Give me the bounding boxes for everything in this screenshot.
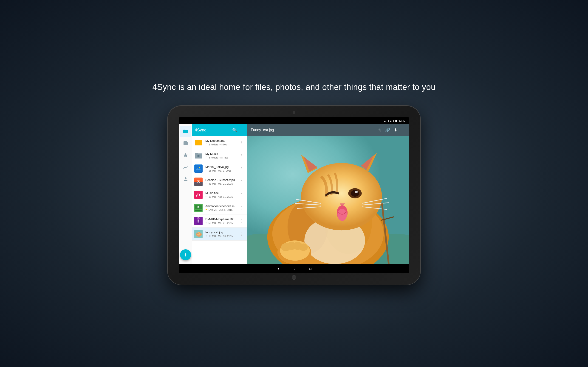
back-button[interactable]: ◄ — [277, 267, 280, 270]
jpg-icon — [194, 165, 203, 173]
file-list-items: My Documents ☆ 2 folders · 4 files ⋮ — [192, 136, 247, 264]
file-name-music: My Music — [205, 152, 239, 156]
more-music[interactable]: ⋮ — [239, 152, 244, 159]
svg-rect-24 — [198, 222, 199, 223]
file-item-martini-tokyo[interactable]: Martini_Tokyo.jpg ☆ 18 MB · Mar 1, 2015 … — [192, 162, 247, 175]
file-meta-seaside: ☆ 41 MB · Mar 21, 2015 — [205, 182, 239, 185]
star-flac[interactable]: ☆ — [205, 195, 208, 198]
more-morpheus[interactable]: ⋮ — [239, 218, 244, 224]
wifi-icon: ▲ — [384, 119, 386, 122]
more-flac[interactable]: ⋮ — [239, 192, 244, 198]
home-button[interactable]: ○ — [294, 267, 295, 270]
svg-rect-22 — [198, 220, 199, 221]
file-item-info-cat: funny_cat.jpg ☆ 10 MB · Mar 16, 2015 — [205, 231, 239, 237]
file-details-documents: 2 folders · 4 files — [208, 143, 227, 146]
file-details-music: 8 folders · 84 files — [208, 156, 228, 159]
thumb-seaside — [194, 177, 203, 186]
sidebar-item-starred[interactable] — [180, 150, 191, 161]
status-bar: ▲ ▲▲ ▮▮▮ 12:30 — [179, 117, 409, 124]
file-name-cat: funny_cat.jpg — [205, 231, 239, 234]
thumb-morpheus — [194, 216, 203, 225]
svg-point-43 — [351, 190, 359, 197]
mp3-icon — [194, 177, 203, 186]
folder-thumb-music — [194, 151, 203, 160]
file-item-info-documents: My Documents ☆ 2 folders · 4 files — [205, 139, 239, 146]
mpeg-icon — [194, 204, 203, 212]
download-icon[interactable]: ⬇ — [394, 127, 397, 133]
more-martini[interactable]: ⋮ — [239, 166, 244, 172]
svg-point-27 — [197, 232, 200, 236]
svg-point-4 — [199, 167, 200, 168]
camera — [293, 111, 295, 114]
sidebar-item-files[interactable] — [180, 126, 191, 137]
more-options-icon[interactable]: ⋮ — [240, 127, 244, 133]
file-item-info-morpheus: DM-RB-Morpheus100.zip ☆ 50 MB · Mar 21, … — [205, 217, 239, 224]
star-martini[interactable]: ☆ — [205, 169, 208, 172]
cat-icon — [194, 230, 203, 238]
sidebar-nav: + — [179, 124, 192, 264]
tablet-body: ▲ ▲▲ ▮▮▮ 12:30 — [168, 106, 420, 285]
sidebar-item-shared[interactable] — [180, 138, 191, 149]
file-item-info-flac: Music.flac ☆ 13 MB · Aug 11, 2015 — [205, 191, 239, 198]
status-icons: ▲ ▲▲ ▮▮▮ 12:30 — [384, 119, 405, 122]
thumb-animation — [194, 203, 203, 212]
file-meta-animation: ★ 540 MB · Jun 5, 2015 — [205, 208, 239, 211]
file-name-animation: Animation video file.mpeg — [205, 204, 239, 208]
file-item-info-seaside: Seaside - Sunset.mp3 ☆ 41 MB · Mar 21, 2… — [205, 178, 239, 185]
battery-icon: ▮▮▮ — [393, 119, 397, 122]
file-meta-martini: ☆ 18 MB · Mar 1, 2015 — [205, 169, 239, 172]
star-morpheus[interactable]: ☆ — [205, 221, 208, 224]
file-item-music-flac[interactable]: Music.flac ☆ 13 MB · Aug 11, 2015 ⋮ — [192, 188, 247, 201]
more-animation[interactable]: ⋮ — [239, 205, 244, 211]
zip-icon — [194, 217, 203, 225]
physical-home-button[interactable] — [292, 275, 296, 280]
app-content: + 4Sync 🔍 ⋮ — [179, 124, 409, 264]
file-meta-documents: ☆ 2 folders · 4 files — [205, 143, 239, 146]
file-name-documents: My Documents — [205, 139, 239, 142]
thumb-martini-tokyo — [194, 164, 203, 173]
svg-point-28 — [198, 233, 199, 234]
svg-rect-3 — [195, 165, 202, 172]
link-icon[interactable]: 🔗 — [385, 127, 390, 133]
sidebar-item-activity[interactable] — [180, 162, 191, 173]
star-seaside[interactable]: ☆ — [205, 182, 208, 185]
file-details-seaside: 41 MB · Mar 21, 2015 — [208, 182, 233, 185]
flac-icon — [194, 191, 203, 199]
folder-thumb-documents — [194, 138, 203, 147]
more-cat[interactable]: ⋮ — [239, 231, 244, 237]
star-animation[interactable]: ★ — [205, 208, 208, 211]
svg-point-11 — [199, 194, 200, 196]
file-item-info-animation: Animation video file.mpeg ★ 540 MB · Jun… — [205, 204, 239, 211]
android-nav-bar: ◄ ○ □ — [179, 264, 409, 273]
sidebar-item-account[interactable] — [180, 174, 191, 185]
star-cat[interactable]: ☆ — [205, 234, 208, 237]
search-icon[interactable]: 🔍 — [232, 127, 237, 133]
svg-rect-16 — [196, 210, 198, 210]
file-item-my-documents[interactable]: My Documents ☆ 2 folders · 4 files ⋮ — [192, 136, 247, 149]
star-music[interactable]: ☆ — [205, 156, 208, 159]
file-item-morpheus[interactable]: DM-RB-Morpheus100.zip ☆ 50 MB · Mar 21, … — [192, 215, 247, 227]
more-preview-icon[interactable]: ⋮ — [401, 127, 405, 133]
file-item-animation[interactable]: Animation video file.mpeg ★ 540 MB · Jun… — [192, 201, 247, 215]
recents-button[interactable]: □ — [309, 267, 311, 270]
file-name-martini: Martini_Tokyo.jpg — [205, 165, 239, 169]
file-details-animation: 540 MB · Jun 5, 2015 — [208, 209, 233, 211]
file-item-seaside[interactable]: Seaside - Sunset.mp3 ☆ 41 MB · Mar 21, 2… — [192, 175, 247, 188]
more-documents[interactable]: ⋮ — [239, 140, 244, 146]
file-item-funny-cat[interactable]: funny_cat.jpg ☆ 10 MB · Mar 16, 2015 ⋮ — [192, 227, 247, 241]
file-preview-panel: Funny_cat.jpg ☆ 🔗 ⬇ ⋮ — [247, 124, 409, 264]
file-item-info-music: My Music ☆ 8 folders · 84 files — [205, 152, 239, 159]
file-item-my-music[interactable]: My Music ☆ 8 folders · 84 files ⋮ — [192, 149, 247, 162]
signal-icon: ▲▲ — [388, 119, 392, 122]
more-seaside[interactable]: ⋮ — [239, 179, 244, 185]
star-preview-icon[interactable]: ☆ — [378, 127, 381, 133]
star-documents[interactable]: ☆ — [205, 143, 208, 146]
file-details-flac: 13 MB · Aug 11, 2015 — [208, 195, 233, 198]
tablet-device: ▲ ▲▲ ▮▮▮ 12:30 — [168, 106, 420, 285]
file-list-panel: 4Sync 🔍 ⋮ — [192, 124, 247, 264]
app-name: 4Sync — [195, 128, 206, 133]
svg-point-47 — [337, 209, 347, 221]
file-item-info-martini: Martini_Tokyo.jpg ☆ 18 MB · Mar 1, 2015 — [205, 165, 239, 172]
fab-add-button[interactable]: + — [180, 249, 191, 260]
file-details-martini: 18 MB · Mar 1, 2015 — [208, 169, 232, 172]
